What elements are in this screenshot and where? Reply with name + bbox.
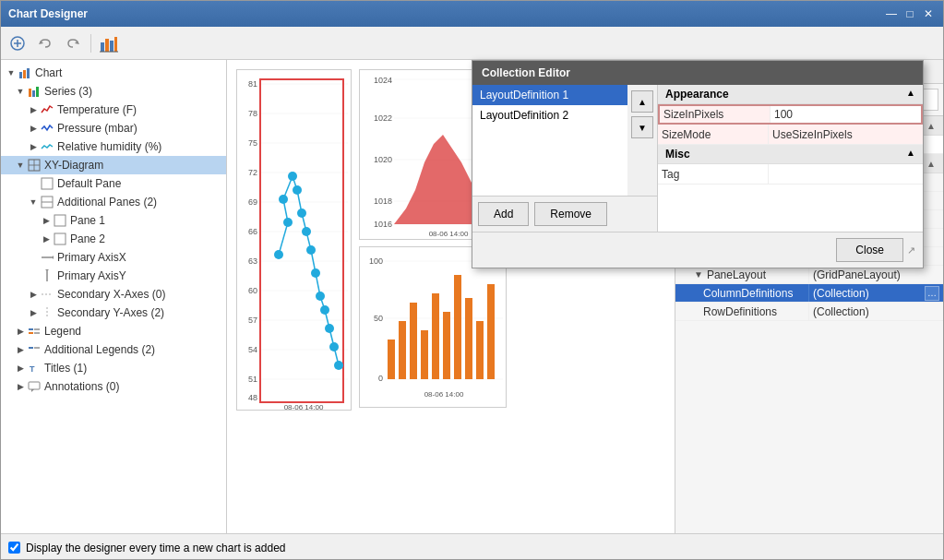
- tree-label-px: Primary AxisX: [57, 251, 126, 264]
- ce-misc-collapse-icon[interactable]: ▲: [906, 148, 915, 161]
- toggle-pressure[interactable]: ▶: [27, 122, 40, 135]
- prop-row-row-def[interactable]: RowDefinitions (Collection): [675, 303, 943, 321]
- toggle-temp[interactable]: ▶: [27, 103, 40, 116]
- tree-item-add-panes[interactable]: ▼ Additional Panes (2): [1, 193, 226, 211]
- svg-text:50: 50: [374, 314, 383, 323]
- remove-button[interactable]: Remove: [534, 202, 607, 226]
- close-button[interactable]: Close: [836, 238, 903, 262]
- svg-marker-4: [75, 41, 79, 44]
- svg-text:54: 54: [248, 345, 257, 354]
- tree-panel: ▼ Chart ▼ Series (3) ▶ Temperat: [1, 60, 227, 533]
- toggle-humidity[interactable]: ▶: [27, 140, 40, 153]
- tree-label-series: Series (3): [44, 85, 92, 98]
- ce-down-button[interactable]: ▼: [631, 116, 653, 138]
- svg-rect-109: [388, 340, 395, 379]
- toggle-series[interactable]: ▼: [14, 85, 27, 98]
- svg-text:66: 66: [248, 227, 257, 236]
- svg-text:0: 0: [378, 374, 383, 383]
- svg-text:1022: 1022: [374, 113, 392, 123]
- toggle-p1[interactable]: ▶: [40, 214, 53, 227]
- tree-item-titles[interactable]: ▶ T Titles (1): [1, 359, 226, 377]
- svg-line-77: [279, 222, 288, 255]
- tree-item-sx[interactable]: ▶ Secondary X-Axes (0): [1, 285, 226, 304]
- tree-item-chart[interactable]: ▼ Chart: [1, 64, 226, 82]
- toggle-titles[interactable]: ▶: [14, 362, 27, 375]
- svg-text:69: 69: [248, 197, 257, 207]
- ce-sizeinpixels-row[interactable]: SizeInPixels 100: [658, 104, 923, 125]
- toggle-sy[interactable]: ▶: [27, 306, 40, 319]
- add-legends-icon: [27, 342, 42, 357]
- ce-tag-row[interactable]: Tag: [658, 164, 923, 185]
- tree-item-humidity[interactable]: ▶ Relative humidity (%): [1, 137, 226, 156]
- tree-item-pressure[interactable]: ▶ Pressure (mbar): [1, 119, 226, 137]
- ce-item-2[interactable]: LayoutDefinition 2: [472, 105, 627, 125]
- tree-item-legend[interactable]: ▶ Legend: [1, 322, 226, 340]
- sec-axisy-icon: [40, 305, 54, 320]
- tree-item-sy[interactable]: ▶ Secondary Y-Axes (2): [1, 304, 226, 322]
- ce-collapse-icon[interactable]: ▲: [906, 88, 915, 101]
- tree-item-temperature[interactable]: ▶ Temperature (F): [1, 101, 226, 119]
- behavior-collapse-icon[interactable]: ▲: [926, 159, 936, 169]
- ce-sizemode-row[interactable]: SizeMode UseSizeInPixels: [658, 125, 923, 145]
- display-designer-checkbox[interactable]: [8, 542, 20, 554]
- tree-item-px[interactable]: Primary AxisX: [1, 248, 226, 267]
- add-button[interactable]: [5, 30, 30, 56]
- ce-misc-header: Misc ▲: [658, 145, 923, 164]
- svg-rect-19: [42, 178, 53, 189]
- svg-text:1020: 1020: [374, 155, 392, 164]
- tree-item-pane1[interactable]: ▶ Pane 1: [1, 211, 226, 230]
- svg-text:51: 51: [248, 375, 257, 384]
- tree-item-default-pane[interactable]: Default Pane: [1, 174, 226, 193]
- tree-item-py[interactable]: Primary AxisY: [1, 267, 226, 285]
- toggle-xy[interactable]: ▼: [14, 159, 27, 172]
- svg-rect-37: [29, 382, 40, 389]
- toggle-chart[interactable]: ▼: [5, 66, 18, 79]
- tree-label-legend: Legend: [44, 325, 81, 338]
- toggle-ap[interactable]: ▼: [27, 196, 40, 209]
- ce-item-1[interactable]: LayoutDefinition 1: [472, 85, 627, 105]
- svg-marker-27: [45, 269, 49, 270]
- tree-item-add-legends[interactable]: ▶ Additional Legends (2): [1, 340, 226, 359]
- col-def-button[interactable]: …: [925, 286, 939, 301]
- svg-text:75: 75: [248, 138, 257, 148]
- collection-editor-title: Collection Editor: [472, 61, 923, 85]
- toggle-annot[interactable]: ▶: [14, 380, 27, 393]
- tree-label-humidity: Relative humidity (%): [57, 140, 161, 153]
- minimize-button[interactable]: —: [884, 6, 899, 21]
- axisy-icon: [40, 268, 54, 283]
- close-window-button[interactable]: ✕: [921, 6, 936, 21]
- tree-item-annotations[interactable]: ▶ Annotations (0): [1, 377, 226, 396]
- tree-item-pane2[interactable]: ▶ Pane 2: [1, 230, 226, 248]
- tree-item-xy[interactable]: ▼ XY-Diagram: [1, 156, 226, 174]
- svg-text:72: 72: [248, 168, 257, 177]
- maximize-button[interactable]: □: [902, 6, 917, 21]
- add-button[interactable]: Add: [478, 202, 529, 226]
- appearance-collapse-icon[interactable]: ▲: [926, 121, 936, 131]
- ce-up-button[interactable]: ▲: [631, 90, 653, 113]
- svg-text:48: 48: [248, 393, 257, 402]
- ce-tag-value: [769, 164, 923, 184]
- annotations-icon: [27, 379, 42, 394]
- cursor-indicator: ↗: [907, 244, 915, 256]
- tree-label-sy: Secondary Y-Axes (2): [57, 306, 164, 319]
- toggle-al[interactable]: ▶: [14, 343, 27, 356]
- svg-rect-7: [110, 41, 114, 52]
- undo-button[interactable]: [32, 30, 58, 56]
- chart-data-button[interactable]: [96, 30, 122, 56]
- prop-row-pane-layout[interactable]: ▼ PaneLayout (GridPaneLayout): [675, 266, 943, 284]
- toggle-p2[interactable]: ▶: [40, 232, 53, 245]
- tree-item-series[interactable]: ▼ Series (3): [1, 82, 226, 101]
- collection-editor: Collection Editor LayoutDefinition 1 Lay…: [472, 60, 924, 268]
- title-bar: Chart Designer — □ ✕: [1, 1, 943, 27]
- prop-row-col-def[interactable]: ColumnDefinitions (Collection) …: [675, 284, 943, 303]
- svg-rect-23: [54, 233, 66, 244]
- svg-rect-11: [23, 70, 26, 78]
- status-label: Display the designer every time a new ch…: [26, 542, 285, 554]
- redo-button[interactable]: [60, 30, 86, 56]
- svg-text:1018: 1018: [374, 197, 392, 206]
- toggle-sx[interactable]: ▶: [27, 288, 40, 301]
- tree-label-temp: Temperature (F): [57, 103, 137, 116]
- toggle-legend[interactable]: ▶: [14, 325, 27, 338]
- pane1-icon: [53, 213, 67, 228]
- ce-sizeinpixels-value: 100: [771, 106, 921, 123]
